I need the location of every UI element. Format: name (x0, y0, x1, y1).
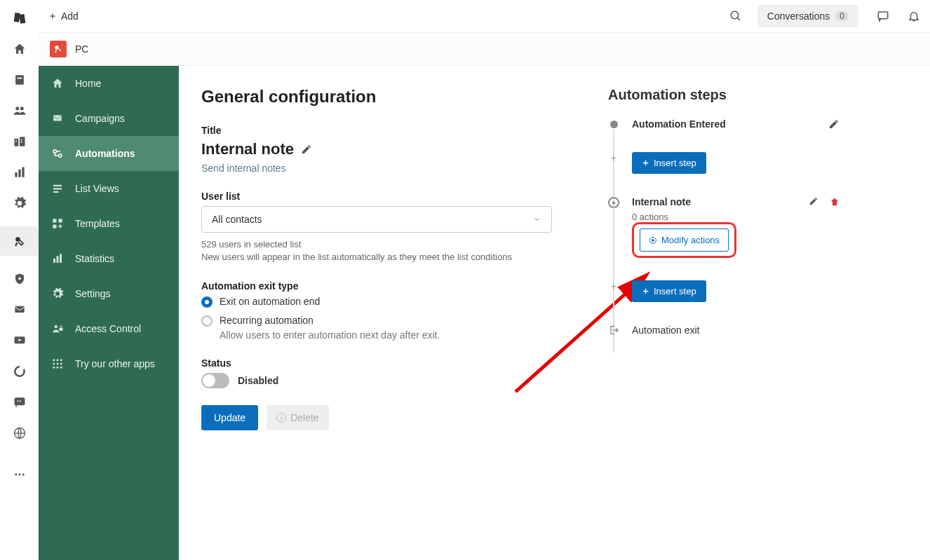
people-icon[interactable] (12, 103, 27, 118)
insert-step-button[interactable]: Insert step (632, 280, 706, 302)
chat-icon[interactable] (877, 10, 889, 22)
add-button[interactable]: Add (48, 11, 79, 22)
svg-rect-1 (19, 14, 25, 24)
person-lock-icon (51, 322, 64, 335)
sidebar-label: Settings (75, 288, 111, 299)
pencil-icon[interactable] (828, 118, 840, 130)
svg-point-5 (20, 107, 23, 110)
plus-icon[interactable]: + (610, 153, 616, 164)
radio-on-icon (201, 296, 213, 308)
svg-point-51 (57, 367, 59, 369)
userlist-select[interactable]: All contacts (201, 206, 552, 233)
sidebar-label: Statistics (75, 253, 114, 264)
content-area: General configuration Title Internal not… (179, 66, 930, 560)
list-icon (51, 182, 64, 195)
document-icon[interactable] (12, 72, 27, 88)
userlist-helper-1: 529 users in selected list (201, 238, 552, 251)
userlist-value: All contacts (212, 214, 262, 225)
sidebar-item-access-control[interactable]: Access Control (39, 311, 179, 346)
sidebar-item-settings[interactable]: Settings (39, 276, 179, 311)
more-icon[interactable] (12, 467, 27, 482)
search-icon[interactable] (729, 10, 742, 22)
svg-rect-28 (878, 12, 888, 19)
update-button[interactable]: Update (201, 405, 258, 430)
conversations-button[interactable]: Conversations 0 (757, 5, 858, 27)
mail-icon[interactable] (12, 302, 27, 317)
sidebar-item-campaigns[interactable]: Campaigns (39, 101, 179, 136)
shield-icon[interactable] (12, 271, 27, 287)
svg-point-26 (22, 474, 24, 476)
page-title: General configuration (201, 87, 552, 107)
sidebar-label: Try our other apps (75, 358, 155, 369)
radio-off-icon (201, 315, 213, 327)
svg-rect-3 (17, 78, 22, 79)
step-internal-note-label: Internal note (632, 196, 691, 207)
radio-recurring[interactable]: Recurring automation (201, 315, 552, 327)
workspace-badge-icon (50, 41, 67, 57)
app-logo-icon[interactable] (12, 11, 27, 26)
sidebar-label: List Views (75, 183, 119, 194)
workspace-strip: PC (39, 32, 930, 66)
sidebar-label: Automations (75, 148, 135, 159)
svg-point-22 (19, 400, 20, 402)
modify-label: Modify actions (661, 235, 720, 245)
conversations-count: 0 (835, 11, 849, 21)
play-circle-icon (608, 197, 619, 208)
svg-rect-35 (53, 191, 59, 193)
radio-label: Recurring automation (220, 315, 314, 326)
svg-point-47 (53, 363, 55, 365)
bell-icon[interactable] (908, 10, 920, 22)
svg-point-21 (17, 400, 18, 402)
status-toggle[interactable] (201, 373, 229, 388)
svg-point-32 (59, 154, 62, 158)
automation-subtitle: Send internal notes (201, 163, 552, 174)
sidebar-label: Home (75, 78, 101, 89)
status-value: Disabled (238, 375, 278, 386)
radio-exit-on-end[interactable]: Exit on automation end (201, 296, 552, 308)
sidebar-item-automations[interactable]: Automations (39, 136, 179, 171)
insert-step-button[interactable]: Insert step (632, 152, 706, 174)
megaphone-icon[interactable] (0, 226, 39, 256)
svg-rect-33 (53, 185, 62, 186)
sidebar-label: Templates (75, 218, 120, 229)
circle-c-icon[interactable] (12, 364, 27, 379)
gear-icon[interactable] (12, 196, 27, 211)
home-icon (51, 77, 64, 90)
sidebar-item-listviews[interactable]: List Views (39, 171, 179, 206)
sidebar-item-statistics[interactable]: Statistics (39, 241, 179, 276)
chevron-down-icon (533, 215, 541, 224)
delete-label: Delete (290, 412, 318, 423)
sidebar-label: Access Control (75, 323, 141, 334)
sidebar-item-templates[interactable]: Templates (39, 206, 179, 241)
sidebar-item-other-apps[interactable]: Try our other apps (39, 346, 179, 381)
automation-title: Internal note (201, 140, 294, 158)
chat-dots-icon[interactable] (12, 395, 27, 410)
steps-title: Automation steps (608, 87, 840, 103)
radio-label: Exit on automation end (220, 296, 320, 307)
svg-point-44 (53, 359, 55, 361)
svg-rect-30 (53, 115, 62, 121)
svg-point-50 (53, 367, 55, 369)
flag-icon[interactable] (12, 333, 27, 348)
sidebar-label: Campaigns (75, 113, 125, 124)
modify-actions-button[interactable]: Modify actions (640, 228, 729, 252)
trash-icon[interactable] (830, 197, 840, 207)
svg-point-45 (57, 359, 59, 361)
pencil-icon[interactable] (809, 196, 820, 207)
svg-point-4 (15, 107, 19, 110)
svg-point-24 (15, 474, 17, 476)
svg-rect-43 (59, 328, 62, 332)
cycle-icon (51, 147, 64, 160)
plus-icon[interactable]: + (610, 281, 616, 292)
workspace-name: PC (75, 43, 88, 55)
bars-icon (51, 252, 64, 265)
svg-point-14 (15, 237, 20, 242)
globe-icon[interactable] (12, 425, 27, 441)
buildings-icon[interactable] (12, 134, 27, 149)
home-icon[interactable] (12, 41, 27, 57)
sidebar-item-home[interactable]: Home (39, 66, 179, 101)
svg-rect-6 (14, 139, 18, 146)
bars-icon[interactable] (12, 165, 27, 180)
userlist-label: User list (201, 191, 552, 202)
pencil-icon[interactable] (301, 144, 312, 155)
